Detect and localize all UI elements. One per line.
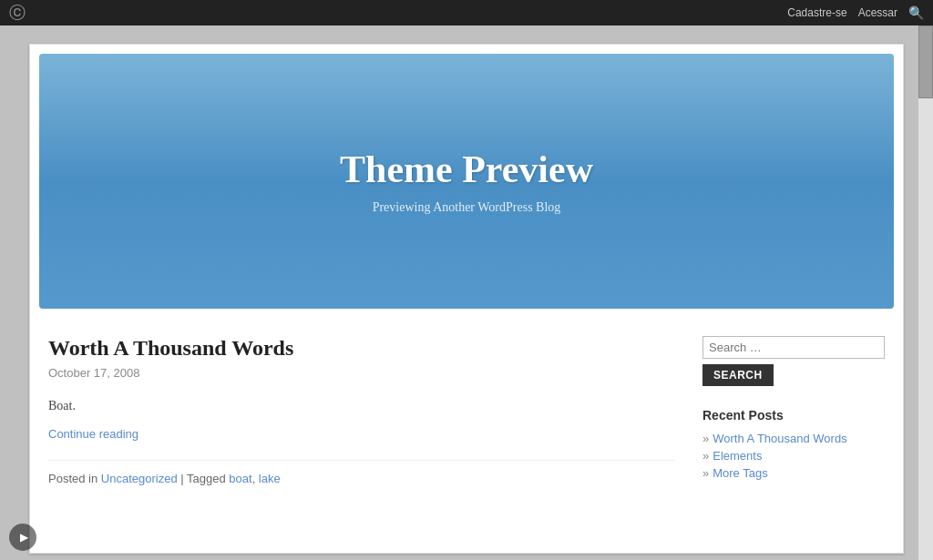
list-item: Worth A Thousand Words [702, 432, 885, 445]
sidebar-recent-posts: Recent Posts Worth A Thousand Words Elem… [702, 408, 885, 480]
post-title: Worth A Thousand Words [48, 336, 675, 361]
list-item: More Tags [702, 466, 885, 480]
post-excerpt: Boat. [48, 396, 675, 416]
search-button[interactable]: SEARCH [702, 364, 774, 386]
list-item: Elements [702, 449, 885, 463]
site-header: Theme Preview Previewing Another WordPre… [39, 54, 894, 309]
play-button[interactable] [9, 524, 36, 551]
category-link[interactable]: Uncategorized [101, 472, 178, 485]
register-link[interactable]: Cadastre-se [787, 6, 846, 19]
site-tagline: Previewing Another WordPress Blog [373, 200, 561, 215]
recent-posts-list: Worth A Thousand Words Elements More Tag… [702, 432, 885, 480]
tag-lake-link[interactable]: lake [259, 472, 281, 485]
search-input[interactable] [702, 336, 885, 359]
admin-bar: ⓒ Cadastre-se Acessar 🔍 [0, 0, 933, 25]
scrollbar-thumb[interactable] [918, 25, 933, 98]
page-wrapper: Theme Preview Previewing Another WordPre… [0, 25, 933, 560]
recent-post-link-1[interactable]: Elements [713, 449, 762, 463]
recent-post-link-0[interactable]: Worth A Thousand Words [713, 432, 846, 445]
admin-links: Cadastre-se Acessar 🔍 [787, 5, 924, 21]
main-content: Worth A Thousand Words October 17, 2008 … [48, 336, 675, 485]
tagged-label: Tagged [187, 472, 226, 485]
page: Theme Preview Previewing Another WordPre… [29, 44, 904, 554]
sidebar: SEARCH Recent Posts Worth A Thousand Wor… [702, 336, 885, 485]
post: Worth A Thousand Words October 17, 2008 … [48, 336, 675, 485]
recent-posts-title: Recent Posts [702, 408, 885, 423]
post-footer: Posted in Uncategorized | Tagged boat, l… [48, 460, 675, 485]
continue-reading-link[interactable]: Continue reading [48, 427, 138, 441]
admin-search-icon[interactable]: 🔍 [908, 5, 924, 21]
site-title: Theme Preview [340, 148, 593, 191]
wordpress-logo-icon: ⓒ [9, 2, 26, 24]
login-link[interactable]: Acessar [858, 6, 897, 19]
content-area: Worth A Thousand Words October 17, 2008 … [30, 318, 903, 485]
posted-in-label: Posted in [48, 472, 97, 485]
scrollbar[interactable] [918, 25, 933, 560]
tag-boat-link[interactable]: boat [229, 472, 251, 485]
sidebar-search: SEARCH [702, 336, 885, 386]
post-date: October 17, 2008 [48, 366, 675, 380]
recent-post-link-2[interactable]: More Tags [713, 466, 767, 480]
